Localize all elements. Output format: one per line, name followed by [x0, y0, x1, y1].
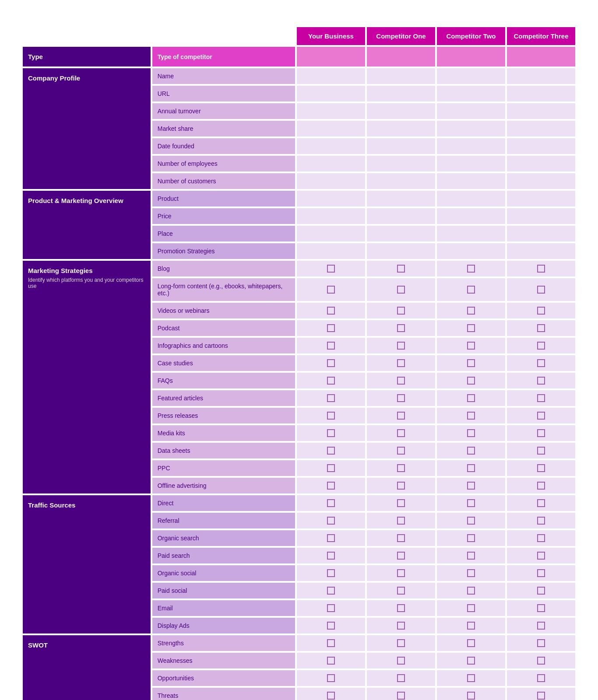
checkbox-square[interactable]	[397, 639, 405, 647]
data-cell[interactable]	[436, 354, 506, 372]
checkbox-square[interactable]	[467, 674, 475, 682]
checkbox-square[interactable]	[327, 286, 335, 294]
checkbox-square[interactable]	[467, 622, 475, 630]
checkbox-square[interactable]	[467, 286, 475, 294]
checkbox-square[interactable]	[327, 482, 335, 490]
data-cell[interactable]	[506, 652, 576, 669]
data-cell[interactable]	[366, 529, 436, 547]
data-cell[interactable]	[436, 652, 506, 669]
checkbox-square[interactable]	[397, 552, 405, 560]
data-cell[interactable]	[296, 459, 366, 477]
data-cell[interactable]	[296, 669, 366, 687]
data-cell[interactable]	[506, 547, 576, 564]
data-cell[interactable]	[506, 424, 576, 442]
data-cell[interactable]	[506, 459, 576, 477]
checkbox-square[interactable]	[327, 587, 335, 595]
checkbox-square[interactable]	[467, 499, 475, 507]
data-cell[interactable]	[506, 512, 576, 529]
checkbox-square[interactable]	[397, 377, 405, 385]
checkbox-square[interactable]	[397, 569, 405, 577]
data-cell[interactable]	[296, 442, 366, 459]
checkbox-square[interactable]	[467, 464, 475, 472]
data-cell[interactable]	[366, 277, 436, 302]
data-cell[interactable]	[366, 442, 436, 459]
checkbox-square[interactable]	[537, 674, 545, 682]
checkbox-square[interactable]	[467, 342, 475, 350]
checkbox-square[interactable]	[537, 604, 545, 612]
checkbox-square[interactable]	[467, 412, 475, 420]
checkbox-square[interactable]	[467, 324, 475, 332]
data-cell[interactable]	[436, 389, 506, 407]
checkbox-square[interactable]	[397, 265, 405, 273]
checkbox-square[interactable]	[397, 307, 405, 315]
checkbox-square[interactable]	[327, 265, 335, 273]
data-cell[interactable]	[296, 582, 366, 599]
data-cell[interactable]	[436, 564, 506, 582]
checkbox-square[interactable]	[397, 342, 405, 350]
data-cell[interactable]	[506, 302, 576, 319]
checkbox-square[interactable]	[327, 307, 335, 315]
data-cell[interactable]	[366, 319, 436, 337]
data-cell[interactable]	[436, 617, 506, 634]
checkbox-square[interactable]	[537, 534, 545, 542]
data-cell[interactable]	[436, 337, 506, 354]
data-cell[interactable]	[436, 477, 506, 494]
checkbox-square[interactable]	[467, 377, 475, 385]
checkbox-square[interactable]	[327, 517, 335, 525]
checkbox-square[interactable]	[397, 499, 405, 507]
checkbox-square[interactable]	[397, 324, 405, 332]
data-cell[interactable]	[506, 354, 576, 372]
checkbox-square[interactable]	[327, 552, 335, 560]
checkbox-square[interactable]	[467, 587, 475, 595]
data-cell[interactable]	[296, 617, 366, 634]
data-cell[interactable]	[436, 424, 506, 442]
checkbox-square[interactable]	[327, 499, 335, 507]
checkbox-square[interactable]	[537, 639, 545, 647]
checkbox-square[interactable]	[397, 534, 405, 542]
data-cell[interactable]	[366, 389, 436, 407]
checkbox-square[interactable]	[327, 324, 335, 332]
data-cell[interactable]	[366, 547, 436, 564]
checkbox-square[interactable]	[467, 517, 475, 525]
checkbox-square[interactable]	[537, 464, 545, 472]
checkbox-square[interactable]	[467, 447, 475, 455]
data-cell[interactable]	[366, 302, 436, 319]
checkbox-square[interactable]	[537, 286, 545, 294]
data-cell[interactable]	[436, 669, 506, 687]
checkbox-square[interactable]	[537, 265, 545, 273]
data-cell[interactable]	[436, 599, 506, 617]
data-cell[interactable]	[366, 494, 436, 512]
data-cell[interactable]	[506, 442, 576, 459]
checkbox-square[interactable]	[537, 342, 545, 350]
data-cell[interactable]	[436, 372, 506, 389]
data-cell[interactable]	[296, 302, 366, 319]
checkbox-square[interactable]	[397, 657, 405, 665]
data-cell[interactable]	[436, 512, 506, 529]
data-cell[interactable]	[366, 669, 436, 687]
data-cell[interactable]	[296, 599, 366, 617]
data-cell[interactable]	[296, 652, 366, 669]
data-cell[interactable]	[366, 652, 436, 669]
data-cell[interactable]	[436, 319, 506, 337]
data-cell[interactable]	[366, 424, 436, 442]
checkbox-square[interactable]	[327, 464, 335, 472]
checkbox-square[interactable]	[537, 482, 545, 490]
data-cell[interactable]	[506, 477, 576, 494]
checkbox-square[interactable]	[537, 517, 545, 525]
checkbox-square[interactable]	[467, 359, 475, 367]
data-cell[interactable]	[296, 389, 366, 407]
data-cell[interactable]	[436, 547, 506, 564]
data-cell[interactable]	[506, 564, 576, 582]
data-cell[interactable]	[296, 354, 366, 372]
data-cell[interactable]	[296, 634, 366, 652]
data-cell[interactable]	[506, 529, 576, 547]
checkbox-square[interactable]	[537, 552, 545, 560]
checkbox-square[interactable]	[467, 639, 475, 647]
data-cell[interactable]	[296, 337, 366, 354]
checkbox-square[interactable]	[327, 604, 335, 612]
data-cell[interactable]	[296, 529, 366, 547]
data-cell[interactable]	[506, 582, 576, 599]
checkbox-square[interactable]	[397, 517, 405, 525]
checkbox-square[interactable]	[397, 464, 405, 472]
checkbox-square[interactable]	[537, 394, 545, 402]
